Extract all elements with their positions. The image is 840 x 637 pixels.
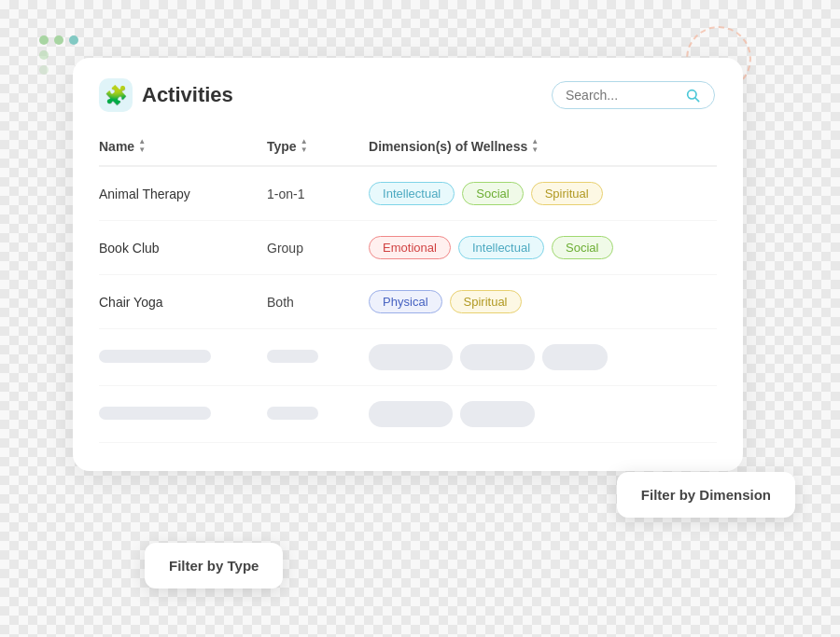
- sort-arrows-name: ▲▼: [138, 138, 146, 154]
- skeleton-type: [267, 386, 369, 443]
- col-name[interactable]: Name ▲▼: [99, 129, 267, 166]
- header-left: 🧩 Activities: [99, 78, 233, 112]
- dimension-tag[interactable]: Spiritual: [450, 290, 522, 313]
- cell-dimensions: IntellectualSocialSpiritual: [369, 166, 717, 221]
- skeleton-dimensions: [369, 329, 717, 386]
- search-button[interactable]: [685, 88, 700, 103]
- tooltip-filter-dimension[interactable]: Filter by Dimension: [617, 472, 795, 518]
- cell-type: Both: [267, 275, 369, 329]
- cell-type: 1-on-1: [267, 166, 369, 221]
- skeleton-type: [267, 329, 369, 386]
- table-wrapper: Name ▲▼ Type ▲▼: [73, 129, 743, 443]
- search-icon: [685, 88, 700, 103]
- col-dimensions[interactable]: Dimension(s) of Wellness ▲▼: [369, 129, 717, 166]
- decorative-dots: [39, 35, 78, 75]
- search-box[interactable]: [552, 81, 715, 109]
- skeleton-dimensions: [369, 386, 717, 443]
- dimension-tag[interactable]: Emotional: [369, 236, 451, 259]
- table-row: Book ClubGroupEmotionalIntellectualSocia…: [99, 221, 717, 275]
- cell-dimensions: EmotionalIntellectualSocial: [369, 221, 717, 275]
- cell-name: Book Club: [99, 221, 267, 275]
- skeleton-name: [99, 329, 267, 386]
- table-header-row: Name ▲▼ Type ▲▼: [99, 129, 717, 166]
- cell-name: Animal Therapy: [99, 166, 267, 221]
- page-title: Activities: [142, 83, 233, 107]
- skeleton-row: [99, 386, 717, 443]
- main-card: 🧩 Activities Name: [73, 58, 743, 471]
- dimension-tag[interactable]: Social: [552, 236, 612, 259]
- tooltip-filter-type[interactable]: Filter by Type: [145, 543, 283, 589]
- col-type[interactable]: Type ▲▼: [267, 129, 369, 166]
- sort-arrows-dimensions: ▲▼: [531, 138, 539, 154]
- table-row: Animal Therapy1-on-1IntellectualSocialSp…: [99, 166, 717, 221]
- dimension-tag[interactable]: Physical: [369, 290, 441, 313]
- cell-name: Chair Yoga: [99, 275, 267, 329]
- dimension-tag[interactable]: Spiritual: [531, 182, 603, 205]
- table-row: Chair YogaBothPhysicalSpiritual: [99, 275, 717, 329]
- dimension-tag[interactable]: Intellectual: [458, 236, 544, 259]
- search-input[interactable]: [566, 88, 678, 103]
- cell-dimensions: PhysicalSpiritual: [369, 275, 717, 329]
- card-header: 🧩 Activities: [73, 58, 743, 129]
- sort-arrows-type: ▲▼: [301, 138, 308, 154]
- cell-type: Group: [267, 221, 369, 275]
- puzzle-icon: 🧩: [99, 78, 133, 112]
- dimension-tag[interactable]: Intellectual: [369, 182, 455, 205]
- activities-table: Name ▲▼ Type ▲▼: [99, 129, 717, 443]
- svg-line-1: [695, 98, 699, 102]
- dimension-tag[interactable]: Social: [462, 182, 523, 205]
- skeleton-name: [99, 386, 267, 443]
- skeleton-row: [99, 329, 717, 386]
